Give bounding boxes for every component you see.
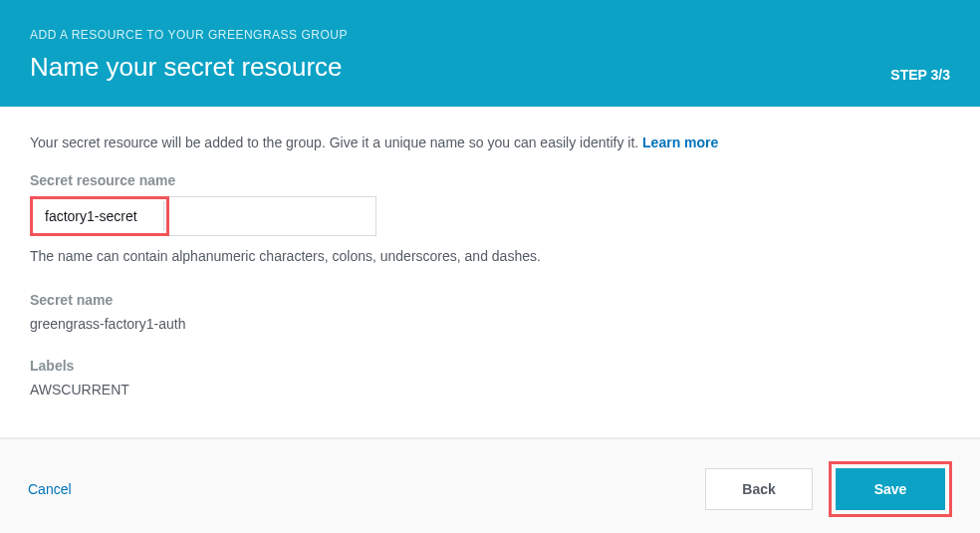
- breadcrumb: ADD A RESOURCE TO YOUR GREENGRASS GROUP: [30, 28, 348, 42]
- labels-section: Labels AWSCURRENT: [30, 358, 950, 398]
- page-container: ADD A RESOURCE TO YOUR GREENGRASS GROUP …: [0, 0, 980, 533]
- labels-label: Labels: [30, 358, 950, 374]
- learn-more-link[interactable]: Learn more: [642, 134, 718, 150]
- secret-name-section: Secret name greengrass-factory1-auth: [30, 292, 950, 332]
- footer-buttons: Back Save: [705, 461, 952, 517]
- content-panel: Your secret resource will be added to th…: [0, 107, 980, 438]
- labels-value: AWSCURRENT: [30, 382, 950, 398]
- input-highlight-box: [30, 196, 169, 236]
- page-header: ADD A RESOURCE TO YOUR GREENGRASS GROUP …: [0, 0, 980, 107]
- save-button[interactable]: Save: [836, 468, 945, 510]
- secret-resource-name-input[interactable]: [35, 201, 164, 231]
- back-button[interactable]: Back: [705, 468, 813, 510]
- secret-resource-name-label: Secret resource name: [30, 172, 950, 188]
- secret-name-value: greengrass-factory1-auth: [30, 316, 950, 332]
- intro-text: Your secret resource will be added to th…: [30, 134, 950, 150]
- header-left: ADD A RESOURCE TO YOUR GREENGRASS GROUP …: [30, 28, 348, 83]
- footer-bar: Cancel Back Save: [0, 438, 980, 533]
- input-row: [30, 196, 950, 238]
- step-indicator: STEP 3/3: [890, 67, 950, 83]
- input-remainder[interactable]: [169, 196, 376, 236]
- secret-name-label: Secret name: [30, 292, 950, 308]
- intro-text-body: Your secret resource will be added to th…: [30, 134, 642, 150]
- page-title: Name your secret resource: [30, 52, 348, 83]
- name-hint: The name can contain alphanumeric charac…: [30, 248, 950, 264]
- cancel-link[interactable]: Cancel: [28, 481, 72, 497]
- secret-resource-name-section: Secret resource name The name can contai…: [30, 172, 950, 264]
- save-highlight-box: Save: [829, 461, 952, 517]
